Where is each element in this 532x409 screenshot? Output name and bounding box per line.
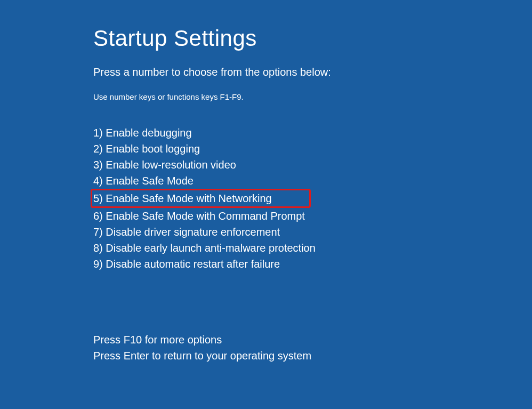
option-number: 1) — [93, 127, 106, 139]
option-number: 2) — [93, 143, 106, 155]
boot-option-9[interactable]: 9) Disable automatic restart after failu… — [93, 256, 532, 272]
return-hint: Press Enter to return to your operating … — [93, 348, 532, 364]
boot-option-3[interactable]: 3) Enable low-resolution video — [93, 157, 532, 173]
page-title: Startup Settings — [93, 26, 532, 51]
startup-settings-screen: Startup Settings Press a number to choos… — [0, 0, 532, 364]
option-label: Enable Safe Mode — [106, 175, 194, 187]
boot-option-4[interactable]: 4) Enable Safe Mode — [93, 173, 532, 189]
option-number: 6) — [93, 210, 106, 222]
boot-options-list: 1) Enable debugging2) Enable boot loggin… — [93, 125, 532, 272]
instruction-hint: Use number keys or functions keys F1-F9. — [93, 92, 532, 101]
option-label: Enable boot logging — [106, 143, 200, 155]
option-label: Enable debugging — [106, 127, 191, 139]
option-number: 8) — [93, 242, 106, 254]
option-label: Enable Safe Mode with Networking — [106, 193, 271, 204]
option-number: 9) — [93, 258, 106, 270]
instruction-subtitle: Press a number to choose from the option… — [93, 66, 532, 78]
option-number: 4) — [93, 175, 106, 187]
boot-option-5[interactable]: 5) Enable Safe Mode with Networking — [91, 189, 311, 208]
footer-instructions: Press F10 for more options Press Enter t… — [93, 332, 532, 364]
boot-option-2[interactable]: 2) Enable boot logging — [93, 141, 532, 157]
option-label: Enable Safe Mode with Command Prompt — [106, 210, 305, 222]
option-label: Disable driver signature enforcement — [106, 226, 280, 238]
option-label: Enable low-resolution video — [106, 159, 236, 171]
boot-option-8[interactable]: 8) Disable early launch anti-malware pro… — [93, 240, 532, 256]
option-label: Disable early launch anti-malware protec… — [106, 242, 316, 254]
boot-option-7[interactable]: 7) Disable driver signature enforcement — [93, 224, 532, 240]
option-number: 7) — [93, 226, 106, 238]
option-number: 5) — [93, 193, 106, 204]
boot-option-1[interactable]: 1) Enable debugging — [93, 125, 532, 141]
more-options-hint: Press F10 for more options — [93, 332, 532, 348]
boot-option-6[interactable]: 6) Enable Safe Mode with Command Prompt — [93, 208, 532, 224]
option-label: Disable automatic restart after failure — [106, 258, 280, 270]
option-number: 3) — [93, 159, 106, 171]
